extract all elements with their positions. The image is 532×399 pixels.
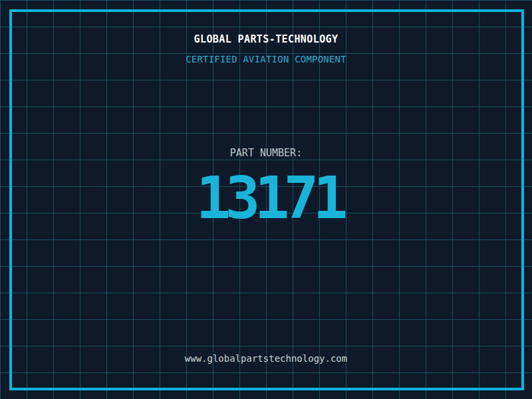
certification-subtitle: CERTIFIED AVIATION COMPONENT xyxy=(0,54,532,65)
website-url: www.globalpartstechnology.com xyxy=(0,353,532,364)
part-number-value: 13171 xyxy=(0,165,532,231)
part-number-label: PART NUMBER: xyxy=(0,147,532,159)
company-title: GLOBAL PARTS-TECHNOLOGY xyxy=(0,33,532,45)
certificate-page: { "colors": { "background": "#0e1a29", "… xyxy=(0,0,532,399)
